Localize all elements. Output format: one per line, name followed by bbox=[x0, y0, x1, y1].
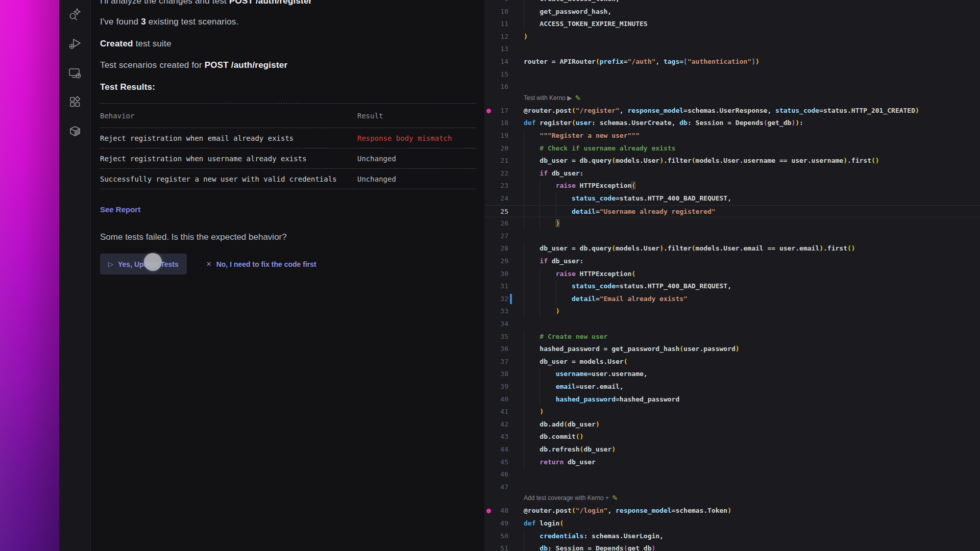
code-text: db_user = db.query(models.User).filter(m… bbox=[524, 242, 855, 255]
code-line[interactable]: 21 db_user = db.query(models.User).filte… bbox=[484, 155, 980, 167]
code-line[interactable]: 19 """Register a new user""" bbox=[484, 130, 980, 142]
code-line[interactable]: 25 detail="Username already registered" bbox=[484, 205, 980, 218]
code-text: create_access_token, bbox=[524, 0, 620, 6]
activity-bar bbox=[59, 0, 91, 551]
code-text: db.commit() bbox=[524, 431, 583, 443]
package-box-icon[interactable] bbox=[68, 124, 82, 139]
breakpoint-icon[interactable] bbox=[486, 109, 491, 113]
code-line[interactable]: 35 # Create new user bbox=[484, 331, 980, 343]
line-number: 34 bbox=[484, 318, 508, 331]
code-line[interactable]: 18def register(user: schemas.UserCreate,… bbox=[484, 117, 980, 130]
yes-update-tests-button[interactable]: ▷ Yes, Update Tests bbox=[100, 254, 187, 274]
code-text: username=user.username, bbox=[524, 368, 648, 381]
monitor-history-icon[interactable] bbox=[68, 66, 82, 80]
code-text: raise HTTPException( bbox=[524, 180, 635, 192]
code-line[interactable]: 13 bbox=[484, 43, 980, 56]
dashboard-grid-icon[interactable] bbox=[68, 95, 82, 109]
code-text: hashed_password = get_password_hash(user… bbox=[524, 343, 740, 356]
line-number: 19 bbox=[484, 130, 508, 142]
line-number: 37 bbox=[484, 356, 508, 368]
line-number: 32 bbox=[484, 293, 508, 306]
code-line[interactable]: 24 status_code=status.HTTP_400_BAD_REQUE… bbox=[484, 192, 980, 205]
code-line[interactable]: 47 bbox=[484, 481, 980, 494]
pencil-icon[interactable]: ✎ bbox=[575, 94, 581, 102]
code-line[interactable]: 26 ) bbox=[484, 217, 980, 230]
line-number: 45 bbox=[484, 456, 508, 469]
line-number: 50 bbox=[484, 530, 508, 543]
code-line[interactable]: 20 # Check if username already exists bbox=[484, 142, 980, 155]
line-number: 23 bbox=[484, 180, 508, 192]
code-line[interactable]: 27 bbox=[484, 230, 980, 243]
code-line[interactable]: 34 bbox=[484, 318, 980, 331]
code-line[interactable]: 17@router.post("/register", response_mod… bbox=[484, 105, 980, 117]
code-line[interactable]: 36 hashed_password = get_password_hash(u… bbox=[484, 343, 980, 356]
no-fix-code-button[interactable]: ✕ No, I need to fix the code first bbox=[198, 254, 325, 274]
code-text: ) bbox=[524, 31, 528, 43]
cursor-click-indicator bbox=[144, 253, 162, 271]
code-line[interactable]: 12) bbox=[484, 31, 980, 43]
line-number: 12 bbox=[484, 31, 508, 43]
pencil-icon[interactable]: ✎ bbox=[612, 494, 618, 502]
codelens-row: Add test coverage with Kerno +✎ bbox=[484, 493, 980, 505]
code-text: # Check if username already exists bbox=[524, 142, 675, 155]
line-number: 36 bbox=[484, 343, 508, 356]
code-text: db.add(db_user) bbox=[524, 418, 600, 431]
codelens-action[interactable]: Test with Kerno ▶✎ bbox=[524, 94, 581, 102]
code-line[interactable]: 44 db.refresh(db_user) bbox=[484, 443, 980, 456]
line-number: 30 bbox=[484, 268, 508, 281]
assistant-message: Created test suite bbox=[100, 38, 474, 50]
code-line[interactable]: 49def login( bbox=[484, 517, 980, 530]
code-line[interactable]: 22 if db_user: bbox=[484, 167, 980, 180]
codelens-label: Add test coverage with Kerno + bbox=[524, 494, 609, 502]
code-text: return db_user bbox=[524, 456, 596, 469]
code-line[interactable]: 48@router.post("/login", response_model=… bbox=[484, 505, 980, 517]
code-line[interactable]: 10 get_password_hash, bbox=[484, 6, 980, 18]
line-number: 27 bbox=[484, 230, 508, 243]
codelens-label: Test with Kerno ▶ bbox=[524, 94, 572, 102]
code-line[interactable]: 42 db.add(db_user) bbox=[484, 418, 980, 431]
code-line[interactable]: 39 email=user.email, bbox=[484, 381, 980, 393]
code-line[interactable]: 38 username=user.username, bbox=[484, 368, 980, 381]
line-number: 51 bbox=[484, 542, 508, 551]
code-text: credentials: schemas.UserLogin, bbox=[524, 530, 664, 543]
line-number: 29 bbox=[484, 255, 508, 268]
code-line[interactable]: 51 db: Session = Depends(get_db) bbox=[484, 542, 980, 551]
line-number: 26 bbox=[484, 217, 508, 230]
confirmation-buttons: ▷ Yes, Update Tests ✕ No, I need to fix … bbox=[100, 254, 325, 274]
code-text: detail="Email already exists" bbox=[524, 293, 688, 306]
run-tests-icon[interactable] bbox=[68, 36, 82, 51]
analyze-sparkle-icon[interactable] bbox=[68, 7, 82, 21]
code-line[interactable]: 40 hashed_password=hashed_password bbox=[484, 393, 980, 406]
code-line[interactable]: 50 credentials: schemas.UserLogin, bbox=[484, 530, 980, 543]
code-line[interactable]: 32 detail="Email already exists" bbox=[484, 293, 980, 306]
code-line[interactable]: 43 db.commit() bbox=[484, 431, 980, 443]
line-number: 43 bbox=[484, 431, 508, 443]
code-line[interactable]: 33 ) bbox=[484, 305, 980, 318]
code-line[interactable]: 46 bbox=[484, 468, 980, 481]
test-result-row: Reject registration when username alread… bbox=[100, 148, 476, 169]
code-editor[interactable]: 9 create_access_token,10 get_password_ha… bbox=[484, 0, 980, 551]
code-text: if db_user: bbox=[524, 167, 583, 180]
code-line[interactable]: 45 return db_user bbox=[484, 456, 980, 469]
code-line[interactable]: 28 db_user = db.query(models.User).filte… bbox=[484, 242, 980, 255]
vscode-window: I'll analyze the changes and test POST /… bbox=[0, 0, 980, 551]
code-text: db_user = models.User( bbox=[524, 356, 628, 368]
code-line[interactable]: 41 ) bbox=[484, 406, 980, 418]
code-line[interactable]: 16 bbox=[484, 81, 980, 93]
code-line[interactable]: 15 bbox=[484, 68, 980, 81]
code-line[interactable]: 37 db_user = models.User( bbox=[484, 356, 980, 368]
code-text: def register(user: schemas.UserCreate, d… bbox=[524, 117, 803, 130]
see-report-link[interactable]: See Report bbox=[100, 205, 140, 214]
code-line[interactable]: 23 raise HTTPException( bbox=[484, 180, 980, 192]
code-line[interactable]: 30 raise HTTPException( bbox=[484, 268, 980, 281]
code-text: hashed_password=hashed_password bbox=[524, 393, 679, 406]
code-line[interactable]: 31 status_code=status.HTTP_400_BAD_REQUE… bbox=[484, 280, 980, 293]
line-number: 46 bbox=[484, 468, 508, 481]
codelens-action[interactable]: Add test coverage with Kerno +✎ bbox=[524, 494, 618, 502]
code-line[interactable]: 11 ACCESS_TOKEN_EXPIRE_MINUTES bbox=[484, 18, 980, 31]
line-number: 15 bbox=[484, 68, 508, 81]
code-line[interactable]: 9 create_access_token, bbox=[484, 0, 980, 6]
code-line[interactable]: 29 if db_user: bbox=[484, 255, 980, 268]
line-number: 33 bbox=[484, 305, 508, 318]
code-line[interactable]: 14router = APIRouter(prefix="/auth", tag… bbox=[484, 56, 980, 68]
